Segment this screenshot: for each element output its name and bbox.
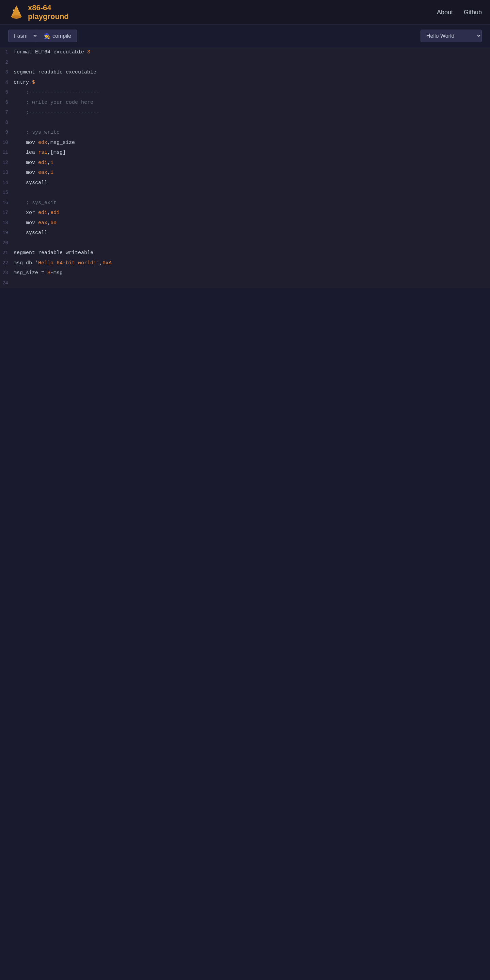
svg-point-3: [18, 8, 18, 9]
line-content-3: segment readable executable: [14, 68, 96, 77]
line-number-3: 3: [0, 68, 14, 76]
compile-button[interactable]: 🧙 compile: [38, 30, 77, 42]
line-number-8: 8: [0, 119, 14, 127]
line-content-17: xor edi,edi: [14, 208, 60, 217]
line-content-13: mov eax,1: [14, 169, 53, 177]
line-content-18: mov eax,60: [14, 219, 56, 228]
code-line-10: 10 mov edx,msg_size: [0, 138, 490, 148]
navigation: About Github: [437, 9, 482, 16]
line-number-20: 20: [0, 239, 14, 247]
code-line-7: 7 ;-----------------------: [0, 108, 490, 118]
assembler-select[interactable]: Fasm Nasm Gas: [8, 30, 38, 42]
logo-text: x86-64 playground: [28, 3, 69, 21]
code-line-9: 9 ; sys_write: [0, 127, 490, 138]
line-content-10: mov edx,msg_size: [14, 138, 75, 147]
code-line-6: 6 ; write your code here: [0, 98, 490, 108]
code-line-13: 13 mov eax,1: [0, 168, 490, 178]
line-number-7: 7: [0, 108, 14, 117]
code-line-11: 11 lea rsi,[msg]: [0, 148, 490, 158]
line-number-19: 19: [0, 229, 14, 237]
code-line-16: 16 ; sys_exit: [0, 198, 490, 208]
line-number-12: 12: [0, 159, 14, 167]
code-line-1: 1 format ELF64 executable 3: [0, 47, 490, 57]
logo-line2: playground: [28, 12, 69, 21]
header: x86-64 playground About Github: [0, 0, 490, 25]
svg-point-2: [13, 10, 14, 11]
github-link[interactable]: Github: [464, 9, 482, 16]
toolbar-left: Fasm Nasm Gas 🧙 compile: [8, 30, 77, 42]
line-number-18: 18: [0, 219, 14, 227]
line-content-7: ;-----------------------: [14, 108, 99, 117]
line-content-21: segment readable writeable: [14, 249, 93, 258]
code-line-14: 14 syscall: [0, 178, 490, 188]
code-line-18: 18 mov eax,60: [0, 218, 490, 228]
line-content-6: ; write your code here: [14, 98, 93, 107]
about-link[interactable]: About: [437, 9, 453, 16]
line-number-9: 9: [0, 129, 14, 137]
svg-marker-0: [11, 5, 22, 17]
compile-icon: 🧙: [43, 33, 50, 39]
compile-label: compile: [53, 33, 71, 39]
line-content-1: format ELF64 executable 3: [14, 48, 90, 57]
code-line-3: 3 segment readable executable: [0, 67, 490, 78]
line-content-2: [14, 58, 17, 67]
line-content-23: msg_size = $-msg: [14, 269, 63, 278]
line-content-5: ;-----------------------: [14, 88, 99, 97]
line-content-16: ; sys_exit: [14, 199, 56, 207]
line-content-14: syscall: [14, 178, 47, 188]
line-number-5: 5: [0, 88, 14, 97]
code-line-22: 22 msg db 'Hello 64-bit world!',0xA: [0, 258, 490, 268]
line-number-4: 4: [0, 79, 14, 87]
code-line-24: 24: [0, 278, 490, 288]
code-line-4: 4 entry $: [0, 78, 490, 88]
line-content-8: [14, 118, 17, 127]
code-editor: 1 format ELF64 executable 3 2 3 segment …: [0, 47, 490, 288]
logo-icon: [8, 4, 24, 21]
line-number-6: 6: [0, 99, 14, 107]
code-line-2: 2: [0, 57, 490, 68]
line-number-24: 24: [0, 279, 14, 288]
line-content-22: msg db 'Hello 64-bit world!',0xA: [14, 259, 112, 268]
line-number-13: 13: [0, 169, 14, 177]
code-line-15: 15: [0, 188, 490, 198]
line-content-20: [14, 239, 17, 248]
logo-line1: x86-64: [28, 3, 51, 12]
code-line-17: 17 xor edi,edi: [0, 208, 490, 218]
line-content-15: [14, 188, 17, 197]
toolbar: Fasm Nasm Gas 🧙 compile Hello World Exit…: [0, 25, 490, 47]
line-content-11: lea rsi,[msg]: [14, 148, 66, 157]
line-number-23: 23: [0, 269, 14, 277]
line-number-15: 15: [0, 189, 14, 197]
svg-point-1: [11, 15, 21, 19]
line-number-22: 22: [0, 259, 14, 267]
line-content-19: syscall: [14, 229, 47, 237]
line-number-17: 17: [0, 209, 14, 217]
line-number-11: 11: [0, 149, 14, 157]
svg-point-4: [19, 12, 20, 13]
line-content-9: ; sys_write: [14, 128, 60, 137]
line-number-14: 14: [0, 179, 14, 187]
line-number-21: 21: [0, 249, 14, 257]
code-line-5: 5 ;-----------------------: [0, 88, 490, 98]
line-number-2: 2: [0, 59, 14, 67]
code-line-20: 20: [0, 238, 490, 248]
code-line-12: 12 mov edi,1: [0, 158, 490, 168]
code-line-19: 19 syscall: [0, 228, 490, 238]
line-number-10: 10: [0, 139, 14, 147]
code-line-21: 21 segment readable writeable: [0, 248, 490, 258]
logo: x86-64 playground: [8, 3, 69, 21]
line-content-24: [14, 279, 17, 288]
line-content-4: entry $: [14, 78, 35, 87]
example-select[interactable]: Hello World Exit Fibonacci: [421, 30, 482, 42]
line-number-1: 1: [0, 48, 14, 56]
line-content-12: mov edi,1: [14, 159, 53, 167]
code-line-23: 23 msg_size = $-msg: [0, 268, 490, 278]
code-line-8: 8: [0, 118, 490, 128]
line-number-16: 16: [0, 199, 14, 207]
